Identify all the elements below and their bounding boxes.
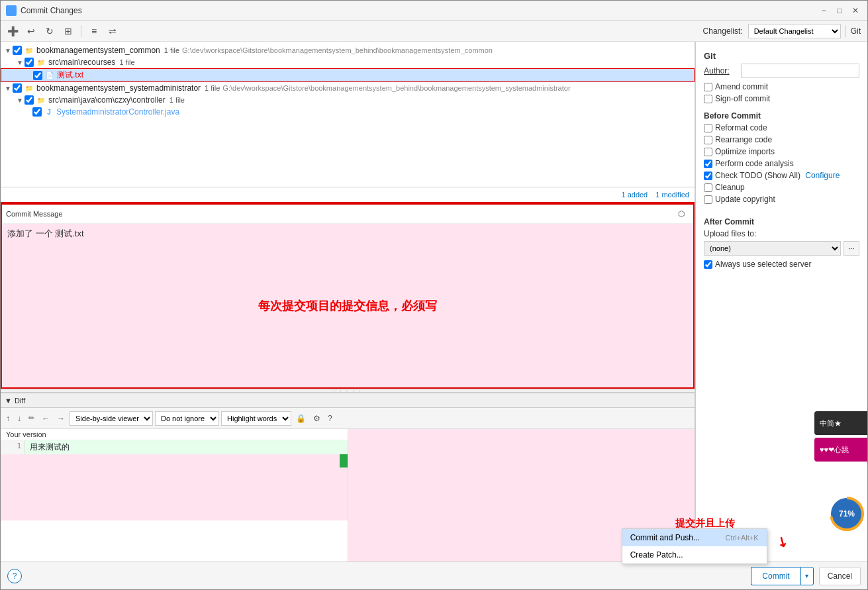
file1-checkbox[interactable] — [33, 71, 42, 80]
tree-file2[interactable]: J SystemadministratorController.java — [1, 106, 695, 118]
tree-src1[interactable]: ▼ 📁 src\main\recourses 1 file — [1, 56, 695, 68]
side-widget-hearts[interactable]: ♥♥❤心跳 — [814, 438, 867, 462]
diff-button[interactable]: ⊞ — [60, 23, 76, 39]
side-widget-chinese[interactable]: 中简★ — [814, 411, 867, 435]
file2-checkbox[interactable] — [32, 107, 42, 117]
expand-arrow-2[interactable]: ▼ — [3, 85, 13, 92]
module1-name: bookmanagementsystem_common — [36, 46, 160, 55]
progress-circle-container: 71% — [828, 495, 866, 533]
expand-arrow-1[interactable]: ▼ — [3, 47, 13, 54]
diff-settings-btn[interactable]: ✏ — [26, 411, 37, 426]
file1-icon: 📄 — [44, 70, 55, 81]
perform-code-analysis-row: Perform code analysis — [704, 159, 859, 168]
sign-off-label: Sign-off commit — [715, 94, 770, 103]
sort-button[interactable]: ≡ — [86, 23, 102, 39]
rearrange-code-checkbox[interactable] — [704, 136, 712, 144]
commit-and-push-item[interactable]: Commit and Push... Ctrl+Alt+K — [622, 529, 767, 546]
lock-btn[interactable]: 🔒 — [293, 411, 309, 426]
author-row: Author: — [704, 64, 859, 78]
ignore-select[interactable]: Do not ignore — [155, 411, 219, 426]
commit-button-group: Commit ▾ Commit and Push... Ctrl+Alt+K C… — [751, 567, 813, 585]
module2-count: 1 file — [205, 84, 220, 92]
author-input[interactable] — [741, 64, 859, 78]
upload-files-label: Upload files to: — [704, 229, 859, 238]
create-patch-item[interactable]: Create Patch... — [622, 546, 767, 564]
git-label: Git — [851, 26, 861, 36]
file-tree[interactable]: ▼ 📁 bookmanagementsystem_common 1 file G… — [1, 42, 695, 187]
help-button[interactable]: ? — [7, 569, 22, 583]
module2-checkbox[interactable] — [13, 83, 22, 93]
viewer-select[interactable]: Side-by-side viewer — [70, 411, 153, 426]
cleanup-checkbox[interactable] — [704, 183, 712, 192]
modified-badge: 1 modified — [655, 191, 689, 199]
maximize-button[interactable]: □ — [833, 4, 846, 17]
undo-button[interactable]: ↩ — [23, 23, 39, 39]
commit-main-button[interactable]: Commit — [751, 567, 800, 585]
optimize-imports-checkbox[interactable] — [704, 148, 712, 156]
perform-code-analysis-checkbox[interactable] — [704, 160, 712, 168]
toolbar-separator-2 — [845, 25, 846, 37]
diff-forward-btn[interactable]: → — [54, 411, 68, 426]
tree-src2[interactable]: ▼ 📁 src\main\java\com\czxy\controller 1 … — [1, 94, 695, 106]
tree-file1[interactable]: 📄 测试.txt — [1, 68, 695, 82]
next-diff-btn[interactable]: ↓ — [15, 411, 24, 426]
highlight-select[interactable]: Highlight words — [221, 411, 291, 426]
upload-select[interactable]: (none) — [704, 241, 841, 256]
module1-checkbox[interactable] — [13, 46, 22, 55]
diff-help-btn[interactable]: ? — [325, 411, 335, 426]
commit-message-header: Commit Message ⬡ — [2, 205, 693, 224]
commit-message-expand-btn[interactable]: ⬡ — [673, 206, 689, 222]
always-use-server-checkbox[interactable] — [704, 260, 712, 269]
expand-arrow-src1[interactable]: ▼ — [15, 59, 24, 66]
cancel-button[interactable]: Cancel — [819, 567, 861, 585]
expand-arrow-src2[interactable]: ▼ — [15, 97, 24, 104]
src2-count: 1 file — [169, 96, 185, 104]
diff-gear-btn[interactable]: ⚙ — [311, 411, 323, 426]
prev-diff-btn[interactable]: ↑ — [3, 411, 13, 426]
commit-dropdown-button[interactable]: ▾ — [800, 567, 814, 585]
file1-name: 测试.txt — [57, 70, 83, 81]
after-commit-section: After Commit Upload files to: (none) ···… — [704, 212, 859, 271]
diff-back-btn[interactable]: ← — [39, 411, 52, 426]
update-copyright-row: Update copyright — [704, 195, 859, 204]
src2-checkbox[interactable] — [24, 95, 34, 105]
tree-module2[interactable]: ▼ 📁 bookmanagementsystem_systemadministr… — [1, 82, 695, 94]
add-button[interactable]: ➕ — [5, 23, 21, 39]
your-version-label: Your version — [1, 429, 348, 440]
minimize-button[interactable]: − — [817, 4, 830, 17]
app-icon — [6, 5, 17, 16]
src2-folder-icon: 📁 — [36, 95, 46, 105]
changelist-select[interactable]: Default Changelist — [748, 24, 841, 38]
src1-checkbox[interactable] — [24, 58, 34, 67]
check-todo-checkbox[interactable] — [704, 172, 712, 180]
file2-icon: J — [44, 107, 54, 117]
modified-count: 1 modified — [655, 191, 689, 199]
upload-browse-btn[interactable]: ··· — [844, 241, 859, 256]
git-panel: Git Author: Amend commit Sign-off commit… — [695, 42, 867, 562]
close-button[interactable]: ✕ — [849, 4, 862, 17]
progress-text: 71% — [839, 509, 855, 518]
author-label: Author: — [704, 66, 737, 75]
module2-name: bookmanagementsystem_systemadministrator — [36, 83, 201, 93]
always-use-server-row: Always use selected server — [704, 260, 859, 269]
main-toolbar: ➕ ↩ ↻ ⊞ ≡ ⇌ Changelist: Default Changeli… — [1, 21, 867, 42]
diff-header[interactable]: ▼ Diff — [1, 393, 695, 408]
amend-commit-checkbox[interactable] — [704, 83, 712, 91]
configure-link[interactable]: Configure — [805, 171, 840, 180]
line-num-1: 1 — [1, 440, 24, 454]
git-title: Git — [704, 47, 859, 64]
tree-module1[interactable]: ▼ 📁 bookmanagementsystem_common 1 file G… — [1, 44, 695, 56]
src1-folder-icon: 📁 — [36, 57, 46, 68]
diff-left-pane: Your version 1 用来测试的 — [1, 429, 348, 562]
amend-commit-row: Amend commit — [704, 82, 859, 91]
refresh-button[interactable]: ↻ — [42, 23, 58, 39]
sign-off-checkbox[interactable] — [704, 95, 712, 103]
reformat-code-label: Reformat code — [715, 123, 767, 132]
after-commit-title: After Commit — [704, 217, 859, 226]
commit-message-title: Commit Message — [6, 210, 63, 218]
reformat-code-checkbox[interactable] — [704, 124, 712, 132]
diff-section: ▼ Diff ↑ ↓ ✏ ← → Side-by-side viewer Do … — [1, 393, 695, 562]
group-button[interactable]: ⇌ — [105, 23, 121, 39]
update-copyright-checkbox[interactable] — [704, 195, 712, 204]
commit-watermark: 每次提交项目的提交信息，必须写 — [258, 298, 437, 314]
